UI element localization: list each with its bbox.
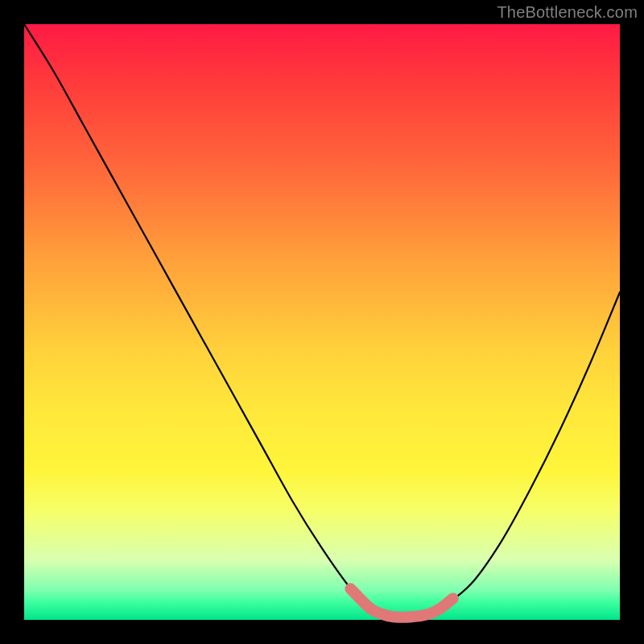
plot-area	[24, 24, 620, 620]
watermark-text: TheBottleneck.com	[497, 3, 638, 22]
bottleneck-curve	[24, 24, 620, 620]
chart-canvas: TheBottleneck.com	[0, 0, 644, 644]
